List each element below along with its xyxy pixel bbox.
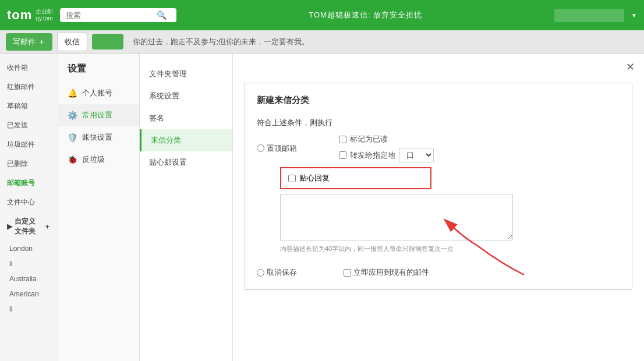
top-bar: tom 企业邮 qy.tom 🔍 TOM超稳极速信: 放弃安全担忧 ▼ (0, 0, 644, 30)
condition-row-1: 置顶邮箱 标记为已读 转发给指定地 口 (257, 134, 620, 162)
top-center-text: TOM超稳极速信: 放弃安全担忧 (183, 10, 547, 20)
highlighted-checkbox-row: 贴心回复 (280, 167, 431, 189)
quote-text: 你的过去，跑走不及参与;但你的未来，一定要有我。 (133, 37, 309, 47)
sidebar-sub-li[interactable]: li (0, 256, 58, 271)
gear-icon: ⚙️ (68, 111, 77, 120)
textarea-hint: 内容描述长短为40字以内，同一报答人每命只限制答复次一次 (280, 245, 620, 253)
logo-area: tom 企业邮 qy.tom (7, 8, 53, 23)
sidebar-item-spam[interactable]: 垃圾邮件 (0, 135, 58, 154)
settings-nav-account[interactable]: 🔔 个人账号 (58, 82, 139, 104)
new-filter-dialog: 新建来信分类 符合上述条件，则执行 置顶邮箱 标记为已读 (245, 83, 632, 290)
reply-textarea[interactable] (280, 194, 513, 240)
settings-menu-system[interactable]: 系统设置 (140, 85, 232, 107)
settings-menu-care[interactable]: 贴心邮设置 (140, 151, 232, 174)
settings-menu-filter[interactable]: 来信分类 (140, 129, 232, 151)
settings-nav-common[interactable]: ⚙️ 常用设置 (58, 104, 139, 126)
bell-icon: 🔔 (68, 89, 77, 98)
checkbox-item-1: 标记为已读 (339, 134, 434, 144)
settings-menu-folder[interactable]: 文件夹管理 (140, 63, 232, 85)
sidebar-sub-li2[interactable]: li (0, 302, 58, 317)
settings-menu-signature[interactable]: 签名 (140, 107, 232, 129)
checkbox-group: 标记为已读 转发给指定地 口 (339, 134, 434, 162)
subdialog-title: 新建来信分类 (257, 95, 620, 106)
second-bar: 写邮件 ＋ 收信 你的过去，跑走不及参与;但你的未来，一定要有我。 (0, 30, 644, 54)
sidebar-item-flag[interactable]: 红旗邮件 (0, 77, 58, 97)
checkbox-read[interactable] (339, 136, 346, 143)
settings-title: 设置 (58, 63, 139, 82)
settings-left-panel: 设置 🔔 个人账号 ⚙️ 常用设置 🛡️ 账快设置 🐞 反垃圾 (58, 54, 140, 361)
sidebar-sub-american[interactable]: American (0, 286, 58, 302)
condition-label: 符合上述条件，则执行 (257, 118, 620, 128)
forward-select[interactable]: 口 (399, 148, 434, 162)
sidebar: 收件箱 红旗邮件 草稿箱 已发送 垃圾邮件 已删除 邮箱账号 文件中心 ▶ 自定… (0, 54, 58, 361)
main-layout: 收件箱 红旗邮件 草稿箱 已发送 垃圾邮件 已删除 邮箱账号 文件中心 ▶ 自定… (0, 54, 644, 361)
sidebar-item-draft[interactable]: 草稿箱 (0, 97, 58, 116)
settings-nav-antispam[interactable]: 🐞 反垃圾 (58, 148, 139, 171)
chevron-down-icon[interactable]: ▼ (631, 12, 637, 19)
settings-nav-security[interactable]: 🛡️ 账快设置 (58, 126, 139, 148)
radio-option-2: 取消保存 (257, 267, 297, 278)
search-button[interactable]: 🔍 (157, 10, 167, 20)
sidebar-custom-folders[interactable]: ▶ 自定义文件夹 ＋ (0, 212, 58, 241)
radio-option-3: 立即应用到现有的邮件 (344, 267, 429, 278)
checkbox-forward[interactable] (339, 151, 346, 159)
logo-text: tom (7, 8, 32, 23)
logo-sub: 企业邮 qy.tom (36, 8, 53, 22)
sidebar-item-account[interactable]: 邮箱账号 (0, 174, 58, 193)
condition-section: 符合上述条件，则执行 置顶邮箱 标记为已读 (257, 118, 620, 253)
settings-middle-panel: 文件夹管理 系统设置 签名 来信分类 贴心邮设置 (140, 54, 233, 361)
add-folder-icon[interactable]: ＋ (44, 222, 51, 232)
triangle-icon: ▶ (7, 222, 12, 231)
shield-icon: 🛡️ (68, 133, 77, 142)
compose-button[interactable]: 写邮件 ＋ (6, 33, 52, 51)
checkbox-apply-existing[interactable] (344, 269, 351, 277)
manage-button[interactable]: 收信 (57, 33, 87, 51)
checkbox-care-reply[interactable] (288, 175, 296, 182)
top-right-box[interactable] (554, 9, 624, 22)
checkbox-item-2: 转发给指定地 口 (339, 148, 434, 162)
bottom-actions: 取消保存 立即应用到现有的邮件 (257, 263, 620, 278)
sidebar-sub-australia[interactable]: Australia (0, 271, 58, 286)
bug-icon: 🐞 (68, 155, 77, 164)
radio-option-1: 置顶邮箱 (257, 143, 297, 154)
radio-action2[interactable] (257, 269, 264, 277)
settings-right-panel: ✕ 新建来信分类 符合上述条件，则执行 置顶邮箱 标记为已读 (233, 54, 644, 361)
sidebar-item-deleted[interactable]: 已删除 (0, 154, 58, 174)
search-input[interactable] (66, 11, 153, 20)
sidebar-sub-london[interactable]: London (0, 241, 58, 256)
close-button[interactable]: ✕ (626, 61, 635, 73)
textarea-section: 内容描述长短为40字以内，同一报答人每命只限制答复次一次 (280, 194, 620, 253)
sidebar-item-sent[interactable]: 已发送 (0, 116, 58, 135)
search-bar: 🔍 (60, 8, 176, 22)
sidebar-item-inbox[interactable]: 收件箱 (0, 58, 58, 77)
tab-button[interactable] (92, 34, 123, 49)
sidebar-item-files[interactable]: 文件中心 (0, 193, 58, 212)
plus-icon: ＋ (38, 37, 45, 47)
radio-top[interactable] (257, 144, 264, 152)
settings-modal: 设置 🔔 个人账号 ⚙️ 常用设置 🛡️ 账快设置 🐞 反垃圾 文件夹管理 (58, 54, 644, 361)
